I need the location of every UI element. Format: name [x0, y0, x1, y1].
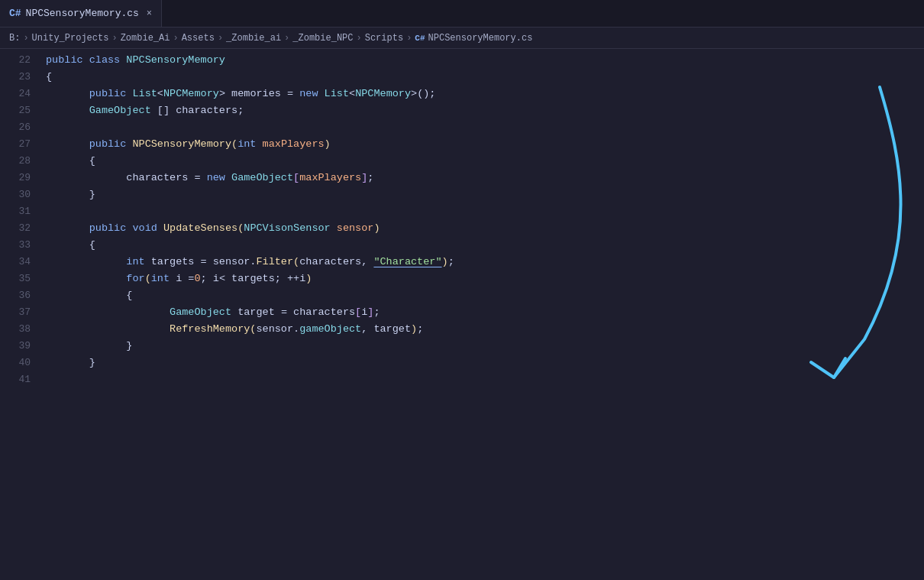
- paren-open-38: (: [250, 321, 256, 338]
- code-line-22: public class NPCSensoryMemory: [46, 52, 924, 69]
- line-num-36: 36: [6, 287, 31, 304]
- tab-close-button[interactable]: ×: [147, 8, 152, 19]
- paren-close-38: ): [411, 321, 417, 338]
- param-sensor-32: sensor: [337, 220, 374, 237]
- equals-34: =: [201, 254, 213, 271]
- var-i2-35: i: [213, 271, 219, 287]
- indent-32: [46, 220, 89, 237]
- code-line-24: public List<NPCMemory> memories = new Li…: [46, 86, 924, 102]
- indent-27: [46, 136, 89, 153]
- var-targets-34: targets: [151, 254, 201, 271]
- semi-34: ;: [448, 254, 454, 271]
- breadcrumb-sep-2: ›: [111, 33, 117, 44]
- comma-38: ,: [361, 321, 373, 338]
- code-content[interactable]: public class NPCSensoryMemory { public L…: [40, 49, 924, 580]
- indent-24: [46, 86, 89, 102]
- tab-filename: NPCSensoryMemory.cs: [26, 8, 139, 19]
- type-gameobject-25: GameObject: [89, 102, 157, 119]
- prop-gameobject-38: gameObject: [299, 321, 361, 338]
- incr-35: ++: [287, 271, 299, 287]
- breadcrumb-zombie-ai-folder[interactable]: _Zombie_ai: [226, 33, 281, 44]
- kw-int-34: int: [126, 254, 150, 271]
- code-line-33: {: [46, 237, 924, 254]
- bracket-open-29: [: [293, 170, 299, 186]
- line-num-28: 28: [6, 153, 31, 170]
- breadcrumb-assets[interactable]: Assets: [182, 33, 215, 44]
- lt-35: <: [219, 271, 231, 287]
- brackets-25: []: [157, 102, 176, 119]
- param-maxplayers-29: maxPlayers: [299, 170, 361, 186]
- var-i3-35: i: [299, 271, 305, 287]
- line-numbers: 22 23 24 25 26 27 28 29 30 31 32 33 34 3…: [0, 49, 40, 580]
- line-num-23: 23: [6, 69, 31, 86]
- var-characters-29: characters: [126, 170, 194, 186]
- type-npcmemory2-24: NPCMemory: [355, 86, 411, 102]
- var-sensor-38: sensor: [256, 321, 293, 338]
- brace-close-40: }: [89, 355, 95, 371]
- code-line-23: {: [46, 69, 924, 86]
- breadcrumb-unity-projects[interactable]: Unity_Projects: [32, 33, 109, 44]
- breadcrumb-scripts[interactable]: Scripts: [365, 33, 403, 44]
- line-num-30: 30: [6, 186, 31, 203]
- tab-npc-sensory-memory[interactable]: C# NPCSensoryMemory.cs ×: [0, 0, 162, 27]
- paren-open-27: (: [231, 136, 237, 153]
- angle-close2-24: >();: [411, 86, 435, 102]
- indent-25: [46, 102, 89, 119]
- breadcrumb-sep-7: ›: [406, 33, 412, 44]
- code-editor: 22 23 24 25 26 27 28 29 30 31 32 33 34 3…: [0, 49, 924, 580]
- var-sensor-34: sensor: [213, 254, 250, 271]
- code-line-36: {: [46, 287, 924, 304]
- line-num-31: 31: [6, 203, 31, 220]
- kw-public-22: public: [46, 52, 89, 69]
- breadcrumb-zombie-ai[interactable]: Zombie_Ai: [121, 33, 170, 44]
- var-i-37: i: [361, 304, 367, 321]
- paren-close-27: ): [325, 136, 331, 153]
- code-line-30: }: [46, 186, 924, 203]
- indent-35: [46, 271, 126, 287]
- indent-33: [46, 237, 89, 254]
- paren-close-32: ): [373, 220, 380, 237]
- breadcrumb: B: › Unity_Projects › Zombie_Ai › Assets…: [0, 28, 924, 49]
- type-list-24: List: [132, 86, 157, 102]
- brace-close-30: }: [89, 186, 95, 203]
- kw-void-32: void: [132, 220, 163, 237]
- code-line-40: }: [46, 355, 924, 371]
- angle-open2-24: <: [349, 86, 355, 102]
- kw-public-24: public: [89, 86, 133, 102]
- var-characters-37: characters: [293, 304, 355, 321]
- code-line-41: [46, 371, 924, 388]
- semi-29: ;: [367, 170, 373, 186]
- type-npcmemory-24: NPCMemory: [163, 86, 219, 102]
- kw-public-27: public: [89, 136, 133, 153]
- breadcrumb-filename[interactable]: NPCSensoryMemory.cs: [428, 33, 533, 44]
- var-memories: memories: [225, 86, 287, 102]
- code-line-31: [46, 203, 924, 220]
- line-num-39: 39: [6, 338, 31, 355]
- var-targets-35: targets: [231, 271, 275, 287]
- bracket-close-29: ]: [361, 170, 367, 186]
- num-0-35: 0: [194, 271, 200, 287]
- dot-38: .: [293, 321, 299, 338]
- type-gameobject-37: GameObject: [170, 304, 237, 321]
- classname-22: NPCSensoryMemory: [126, 52, 225, 69]
- breadcrumb-drive: B:: [9, 33, 20, 44]
- code-line-35: for(int i =0; i< targets; ++i): [46, 271, 924, 287]
- breadcrumb-cs-icon: C#: [415, 34, 425, 43]
- comma-34: ,: [361, 254, 373, 271]
- brace-open-36: {: [126, 287, 132, 304]
- code-line-25: GameObject [] characters;: [46, 102, 924, 119]
- line-num-40: 40: [6, 355, 31, 371]
- paren-open-32: (: [237, 220, 244, 237]
- code-line-32: public void UpdateSenses(NPCVisonSensor …: [46, 220, 924, 237]
- line-num-35: 35: [6, 271, 31, 287]
- type-npcvisonsensor-32: NPCVisonSensor: [244, 220, 337, 237]
- type-gameobject-29: GameObject: [231, 170, 293, 186]
- var-i-35: i: [176, 271, 188, 287]
- indent-28: [46, 153, 89, 170]
- line-num-32: 32: [6, 220, 31, 237]
- str-character-34: "Character": [373, 254, 441, 271]
- paren-close-35: ): [305, 271, 312, 287]
- var-target-37: target: [237, 304, 281, 321]
- breadcrumb-zombie-npc[interactable]: _Zombie_NPC: [292, 33, 353, 44]
- paren-open-34: (: [293, 254, 299, 271]
